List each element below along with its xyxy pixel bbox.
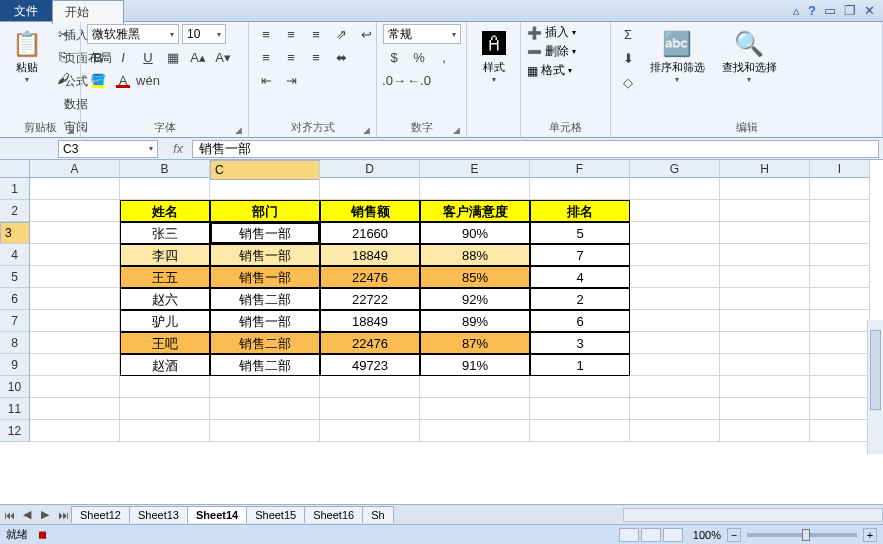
sheet-nav-last[interactable]: ⏭ xyxy=(54,509,72,521)
cell-F12[interactable] xyxy=(530,420,630,442)
cell-D3[interactable]: 21660 xyxy=(320,222,420,244)
tab-开始[interactable]: 开始 xyxy=(52,0,124,24)
zoom-out-button[interactable]: − xyxy=(727,528,741,542)
row-header-3[interactable]: 3 xyxy=(0,222,30,244)
cell-E9[interactable]: 91% xyxy=(420,354,530,376)
cell-B4[interactable]: 李四 xyxy=(120,244,210,266)
select-all-corner[interactable] xyxy=(0,160,30,178)
cell-E12[interactable] xyxy=(420,420,530,442)
view-normal-button[interactable] xyxy=(619,528,639,542)
cell-C9[interactable]: 销售二部 xyxy=(210,354,320,376)
cell-G10[interactable] xyxy=(630,376,720,398)
cell-H4[interactable] xyxy=(720,244,810,266)
cell-H11[interactable] xyxy=(720,398,810,420)
cell-C8[interactable]: 销售二部 xyxy=(210,332,320,354)
align-bottom-button[interactable]: ≡ xyxy=(305,24,327,44)
font-size-select[interactable]: 10▾ xyxy=(182,24,226,44)
col-header-I[interactable]: I xyxy=(810,160,870,178)
cell-D12[interactable] xyxy=(320,420,420,442)
cell-A2[interactable] xyxy=(30,200,120,222)
cell-C1[interactable] xyxy=(210,178,320,200)
border-button[interactable]: ▦ xyxy=(162,47,184,67)
cell-H6[interactable] xyxy=(720,288,810,310)
cell-C3[interactable]: 销售一部 xyxy=(210,222,320,244)
cell-C4[interactable]: 销售一部 xyxy=(210,244,320,266)
sheet-tab-Sheet13[interactable]: Sheet13 xyxy=(129,506,188,523)
cell-I12[interactable] xyxy=(810,420,870,442)
zoom-in-button[interactable]: + xyxy=(863,528,877,542)
tab-file[interactable]: 文件 xyxy=(0,0,52,21)
increase-indent-button[interactable]: ⇥ xyxy=(280,70,302,90)
cell-F2[interactable]: 排名 xyxy=(530,200,630,222)
cell-C11[interactable] xyxy=(210,398,320,420)
formula-input[interactable]: 销售一部 xyxy=(192,140,879,158)
align-center-button[interactable]: ≡ xyxy=(280,47,302,67)
font-launcher-icon[interactable]: ◢ xyxy=(235,125,242,135)
cell-D2[interactable]: 销售额 xyxy=(320,200,420,222)
align-top-button[interactable]: ≡ xyxy=(255,24,277,44)
autosum-button[interactable]: Σ xyxy=(617,24,639,44)
sheet-tab-Sh[interactable]: Sh xyxy=(362,506,393,523)
cell-G6[interactable] xyxy=(630,288,720,310)
align-left-button[interactable]: ≡ xyxy=(255,47,277,67)
cell-D10[interactable] xyxy=(320,376,420,398)
decrease-indent-button[interactable]: ⇤ xyxy=(255,70,277,90)
cell-E10[interactable] xyxy=(420,376,530,398)
delete-cells-button[interactable]: ➖删除▾ xyxy=(527,43,576,60)
view-pagebreak-button[interactable] xyxy=(663,528,683,542)
cell-B5[interactable]: 王五 xyxy=(120,266,210,288)
col-header-D[interactable]: D xyxy=(320,160,420,178)
col-header-H[interactable]: H xyxy=(720,160,810,178)
window-close-icon[interactable]: ✕ xyxy=(864,3,875,18)
window-minimize-icon[interactable]: ▭ xyxy=(824,3,836,18)
italic-button[interactable]: I xyxy=(112,47,134,67)
cell-C12[interactable] xyxy=(210,420,320,442)
cell-A10[interactable] xyxy=(30,376,120,398)
cell-C5[interactable]: 销售一部 xyxy=(210,266,320,288)
zoom-thumb[interactable] xyxy=(802,529,810,541)
row-header-9[interactable]: 9 xyxy=(0,354,30,376)
fill-button[interactable]: ⬇ xyxy=(617,48,639,68)
font-color-button[interactable]: A xyxy=(112,70,134,90)
cell-F8[interactable]: 3 xyxy=(530,332,630,354)
row-header-10[interactable]: 10 xyxy=(0,376,30,398)
underline-button[interactable]: U xyxy=(137,47,159,67)
cell-D9[interactable]: 49723 xyxy=(320,354,420,376)
cell-A3[interactable] xyxy=(30,222,120,244)
cell-D7[interactable]: 18849 xyxy=(320,310,420,332)
merge-button[interactable]: ⬌ xyxy=(330,47,352,67)
cell-H5[interactable] xyxy=(720,266,810,288)
cell-I2[interactable] xyxy=(810,200,870,222)
row-header-11[interactable]: 11 xyxy=(0,398,30,420)
window-restore-icon[interactable]: ❐ xyxy=(844,3,856,18)
cell-C10[interactable] xyxy=(210,376,320,398)
find-select-button[interactable]: 🔍 查找和选择 ▾ xyxy=(715,24,783,90)
cell-B2[interactable]: 姓名 xyxy=(120,200,210,222)
bold-button[interactable]: B xyxy=(87,47,109,67)
row-header-4[interactable]: 4 xyxy=(0,244,30,266)
cell-I4[interactable] xyxy=(810,244,870,266)
align-launcher-icon[interactable]: ◢ xyxy=(363,125,370,135)
cell-B1[interactable] xyxy=(120,178,210,200)
help-icon[interactable]: ? xyxy=(808,3,816,18)
increase-decimal-button[interactable]: .0→ xyxy=(383,70,405,90)
cell-F7[interactable]: 6 xyxy=(530,310,630,332)
cell-D5[interactable]: 22476 xyxy=(320,266,420,288)
cell-A4[interactable] xyxy=(30,244,120,266)
cell-B6[interactable]: 赵六 xyxy=(120,288,210,310)
cell-A9[interactable] xyxy=(30,354,120,376)
sheet-nav-prev[interactable]: ◀ xyxy=(18,508,36,521)
col-header-B[interactable]: B xyxy=(120,160,210,178)
cell-B12[interactable] xyxy=(120,420,210,442)
cell-F11[interactable] xyxy=(530,398,630,420)
row-header-12[interactable]: 12 xyxy=(0,420,30,442)
format-cells-button[interactable]: ▦格式▾ xyxy=(527,62,572,79)
cell-H7[interactable] xyxy=(720,310,810,332)
cell-I9[interactable] xyxy=(810,354,870,376)
col-header-E[interactable]: E xyxy=(420,160,530,178)
name-box[interactable]: C3▾ xyxy=(58,140,158,158)
sheet-tab-Sheet14[interactable]: Sheet14 xyxy=(187,506,247,523)
cell-G9[interactable] xyxy=(630,354,720,376)
row-header-8[interactable]: 8 xyxy=(0,332,30,354)
cell-F9[interactable]: 1 xyxy=(530,354,630,376)
